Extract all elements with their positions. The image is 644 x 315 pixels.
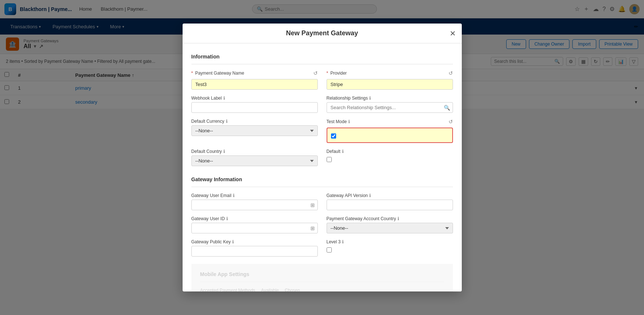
modal: New Payment Gateway ✕ Information Paymen… (183, 24, 462, 109)
relationship-settings-group: Relationship Settings ℹ 🔍 (327, 96, 453, 109)
relationship-info-icon: ℹ (369, 96, 371, 101)
modal-body: Information Payment Gateway Name ↺ Provi… (183, 43, 462, 109)
webhook-label-input[interactable] (191, 102, 318, 109)
modal-close-button[interactable]: ✕ (450, 30, 456, 37)
webhook-label-label: Webhook Label ℹ (191, 96, 318, 101)
provider-select[interactable]: Stripe Authorize.net PayPal Braintree (327, 79, 453, 90)
relationship-settings-input[interactable] (327, 102, 453, 109)
modal-header: New Payment Gateway ✕ (183, 24, 462, 43)
relationship-search-container: 🔍 (327, 102, 453, 109)
relationship-search-icon: 🔍 (444, 105, 450, 109)
modal-overlay: New Payment Gateway ✕ Information Paymen… (0, 0, 644, 109)
webhook-info-icon: ℹ (223, 96, 225, 101)
payment-gateway-name-undo-btn[interactable]: ↺ (313, 70, 318, 76)
payment-gateway-name-label: Payment Gateway Name (191, 71, 244, 76)
relationship-settings-label: Relationship Settings ℹ (327, 96, 453, 101)
payment-gateway-name-group: Payment Gateway Name ↺ (191, 70, 318, 90)
provider-label: Provider (327, 71, 347, 76)
information-form-grid: Payment Gateway Name ↺ Provider ↺ Stripe… (191, 70, 453, 109)
provider-undo-btn[interactable]: ↺ (449, 70, 453, 76)
payment-gateway-name-input[interactable] (191, 79, 318, 90)
webhook-label-group: Webhook Label ℹ (191, 96, 318, 109)
modal-title: New Payment Gateway (286, 29, 358, 37)
provider-group: Provider ↺ Stripe Authorize.net PayPal B… (327, 70, 453, 90)
information-section-title: Information (191, 51, 453, 64)
